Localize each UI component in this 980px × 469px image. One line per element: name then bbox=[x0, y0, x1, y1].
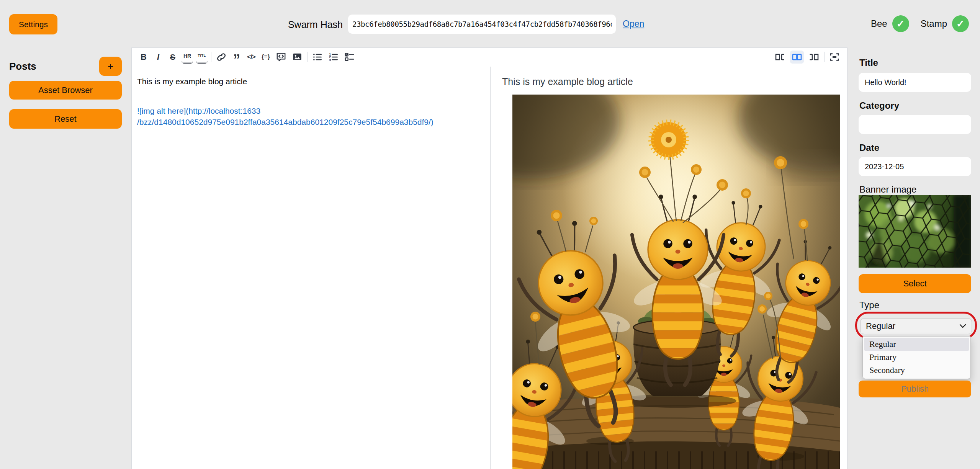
toolbar-separator bbox=[824, 52, 825, 62]
swarm-hash-input[interactable] bbox=[348, 15, 616, 34]
app-root: Settings Swarm Hash Open Bee ✓ Stamp ✓ P… bbox=[0, 0, 980, 469]
title-input[interactable] bbox=[859, 73, 971, 92]
task-list-icon[interactable] bbox=[343, 51, 356, 64]
title-label: Title bbox=[859, 57, 878, 68]
stamp-status-label: Stamp bbox=[921, 18, 947, 29]
category-label: Category bbox=[859, 100, 899, 111]
layout-editor-only-icon[interactable] bbox=[773, 51, 787, 64]
editor-panel: B I S HR TITL ” </> {≡} bbox=[131, 47, 847, 469]
preview-paragraph: This is my example blog article bbox=[502, 76, 847, 87]
preview-pane: This is my example blog article bbox=[491, 67, 847, 469]
settings-button[interactable]: Settings bbox=[9, 14, 57, 34]
status-group: Bee ✓ Stamp ✓ bbox=[871, 14, 969, 34]
toolbar-separator bbox=[307, 52, 308, 62]
horizontal-rule-icon[interactable]: HR bbox=[182, 51, 193, 64]
layout-split-icon[interactable] bbox=[790, 51, 804, 64]
inline-code-icon[interactable]: </> bbox=[245, 51, 257, 64]
banner-image-label: Banner image bbox=[859, 184, 916, 195]
stamp-check-icon: ✓ bbox=[952, 15, 969, 32]
layout-preview-only-icon[interactable] bbox=[807, 51, 821, 64]
code-block-icon[interactable]: {≡} bbox=[260, 51, 272, 64]
svg-text:3: 3 bbox=[329, 58, 331, 62]
title-icon[interactable]: TITL bbox=[196, 51, 208, 64]
fullscreen-icon[interactable] bbox=[828, 51, 841, 64]
date-label: Date bbox=[859, 142, 879, 153]
chevron-down-icon bbox=[959, 324, 966, 328]
comment-code-icon[interactable] bbox=[275, 51, 288, 64]
type-select[interactable]: Regular bbox=[860, 318, 972, 334]
type-option-primary[interactable]: Primary bbox=[863, 351, 970, 364]
editor-markdown-image: ![img alt here](http://localhost:1633 /b… bbox=[137, 105, 484, 127]
date-input[interactable] bbox=[859, 157, 971, 176]
bee-status-label: Bee bbox=[871, 18, 887, 29]
editor-toolbar: B I S HR TITL ” </> {≡} bbox=[132, 48, 847, 66]
markdown-editor[interactable]: This is my example blog article ![img al… bbox=[132, 67, 491, 469]
banner-select-button[interactable]: Select bbox=[859, 274, 971, 293]
reset-button[interactable]: Reset bbox=[9, 109, 122, 129]
type-dropdown-list: Regular Primary Secondary bbox=[862, 336, 971, 379]
bullet-list-icon[interactable] bbox=[311, 51, 324, 64]
ordered-list-icon[interactable]: 1 2 3 bbox=[327, 51, 340, 64]
category-input[interactable] bbox=[859, 115, 971, 134]
strikethrough-icon[interactable]: S bbox=[167, 51, 178, 64]
open-link[interactable]: Open bbox=[623, 19, 644, 29]
posts-heading: Posts bbox=[9, 60, 36, 72]
banner-image-thumbnail bbox=[859, 195, 971, 268]
publish-button[interactable]: Publish bbox=[859, 381, 971, 397]
link-icon[interactable] bbox=[215, 51, 228, 64]
toolbar-separator bbox=[211, 52, 211, 62]
editor-paragraph: This is my example blog article bbox=[137, 76, 484, 87]
type-label: Type bbox=[859, 300, 879, 310]
image-icon[interactable] bbox=[291, 51, 304, 64]
type-option-secondary[interactable]: Secondary bbox=[863, 364, 970, 377]
bold-icon[interactable]: B bbox=[138, 51, 149, 64]
preview-image bbox=[512, 95, 840, 469]
blockquote-icon[interactable]: ” bbox=[231, 53, 242, 66]
asset-browser-button[interactable]: Asset Browser bbox=[9, 81, 122, 100]
type-select-value: Regular bbox=[866, 321, 895, 331]
bee-check-icon: ✓ bbox=[892, 15, 909, 32]
add-post-button[interactable]: + bbox=[99, 57, 122, 76]
type-option-regular[interactable]: Regular bbox=[864, 338, 969, 351]
italic-icon[interactable]: I bbox=[152, 51, 164, 64]
swarm-hash-label: Swarm Hash bbox=[268, 19, 343, 30]
